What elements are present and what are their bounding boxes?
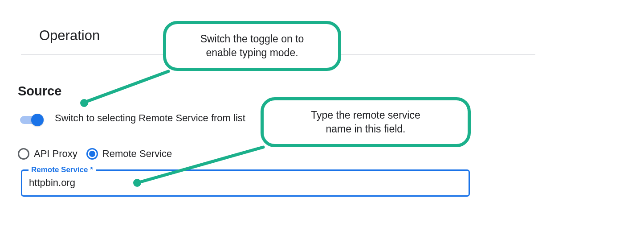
connector-dot-icon [80, 99, 88, 107]
typing-mode-toggle[interactable] [19, 113, 45, 123]
toggle-thumb [31, 114, 44, 126]
toggle-row: Switch to selecting Remote Service from … [19, 112, 245, 124]
callout-text-line: Switch the toggle on to [180, 32, 324, 46]
radio-api-proxy-label: API Proxy [34, 148, 77, 160]
radio-circle-selected-icon [86, 148, 98, 160]
toggle-label: Switch to selecting Remote Service from … [55, 112, 245, 124]
remote-service-legend: Remote Service * [29, 165, 96, 174]
connector-line [133, 143, 266, 187]
radio-api-proxy[interactable]: API Proxy [18, 148, 77, 160]
callout-text-line: enable typing mode. [180, 46, 324, 60]
source-heading: Source [18, 84, 61, 99]
connector-line [79, 67, 173, 107]
callout-text-line: Type the remote service [278, 108, 453, 122]
callout-field-hint: Type the remote service name in this fie… [261, 97, 471, 147]
svg-line-1 [137, 147, 263, 183]
callout-toggle-hint: Switch the toggle on to enable typing mo… [163, 21, 341, 71]
operation-heading: Operation [39, 28, 100, 44]
radio-circle-icon [18, 148, 29, 160]
connector-dot-icon [133, 179, 141, 187]
svg-line-0 [84, 71, 168, 103]
callout-text-line: name in this field. [278, 122, 453, 136]
